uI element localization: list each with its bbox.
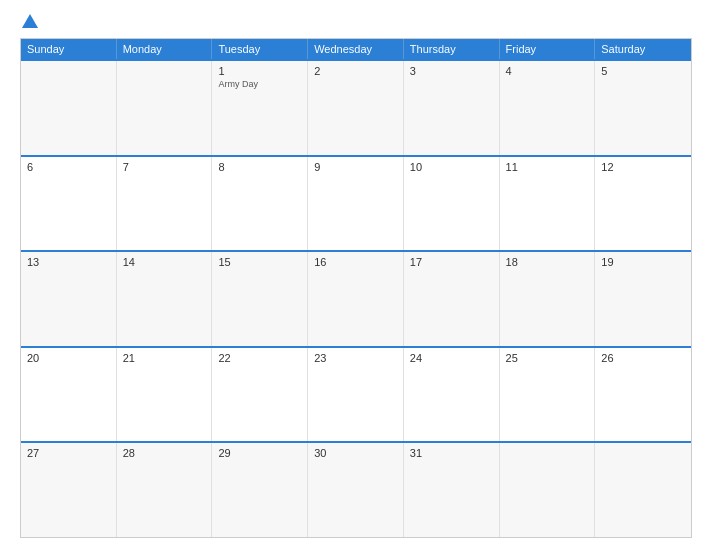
cal-cell: 11 <box>500 157 596 251</box>
logo <box>20 16 38 28</box>
cal-cell: 25 <box>500 348 596 442</box>
day-number: 8 <box>218 161 301 173</box>
day-number: 11 <box>506 161 589 173</box>
cal-cell: 2 <box>308 61 404 155</box>
day-number: 10 <box>410 161 493 173</box>
cal-cell <box>117 61 213 155</box>
cal-cell <box>500 443 596 537</box>
day-number: 12 <box>601 161 685 173</box>
day-number: 31 <box>410 447 493 459</box>
day-number: 16 <box>314 256 397 268</box>
cal-cell: 5 <box>595 61 691 155</box>
day-number: 22 <box>218 352 301 364</box>
cal-cell: 19 <box>595 252 691 346</box>
cal-cell: 28 <box>117 443 213 537</box>
calendar: SundayMondayTuesdayWednesdayThursdayFrid… <box>20 38 692 538</box>
cal-cell: 6 <box>21 157 117 251</box>
day-number: 25 <box>506 352 589 364</box>
cal-cell: 20 <box>21 348 117 442</box>
cal-week-2: 6789101112 <box>21 155 691 251</box>
day-number: 1 <box>218 65 301 77</box>
cal-cell: 26 <box>595 348 691 442</box>
cal-cell: 12 <box>595 157 691 251</box>
day-number: 9 <box>314 161 397 173</box>
day-number: 29 <box>218 447 301 459</box>
day-number: 17 <box>410 256 493 268</box>
cal-cell: 27 <box>21 443 117 537</box>
day-number: 7 <box>123 161 206 173</box>
cal-cell: 3 <box>404 61 500 155</box>
day-number: 19 <box>601 256 685 268</box>
day-number: 21 <box>123 352 206 364</box>
day-number: 24 <box>410 352 493 364</box>
day-number: 26 <box>601 352 685 364</box>
cal-cell <box>595 443 691 537</box>
day-number: 14 <box>123 256 206 268</box>
cal-cell: 8 <box>212 157 308 251</box>
cal-cell: 21 <box>117 348 213 442</box>
day-number: 20 <box>27 352 110 364</box>
calendar-body: 1Army Day2345678910111213141516171819202… <box>21 59 691 537</box>
cal-cell: 4 <box>500 61 596 155</box>
cal-cell: 29 <box>212 443 308 537</box>
cal-cell <box>21 61 117 155</box>
cal-cell: 10 <box>404 157 500 251</box>
cal-header-monday: Monday <box>117 39 213 59</box>
cal-cell: 1Army Day <box>212 61 308 155</box>
cal-cell: 9 <box>308 157 404 251</box>
day-number: 28 <box>123 447 206 459</box>
day-number: 18 <box>506 256 589 268</box>
day-number: 4 <box>506 65 589 77</box>
day-number: 5 <box>601 65 685 77</box>
cal-header-thursday: Thursday <box>404 39 500 59</box>
cal-week-1: 1Army Day2345 <box>21 59 691 155</box>
day-number: 2 <box>314 65 397 77</box>
cal-header-saturday: Saturday <box>595 39 691 59</box>
cal-cell: 24 <box>404 348 500 442</box>
day-number: 3 <box>410 65 493 77</box>
cal-cell: 15 <box>212 252 308 346</box>
cal-cell: 14 <box>117 252 213 346</box>
logo-triangle-icon <box>22 14 38 28</box>
cal-cell: 18 <box>500 252 596 346</box>
cal-week-5: 2728293031 <box>21 441 691 537</box>
day-number: 23 <box>314 352 397 364</box>
cal-cell: 7 <box>117 157 213 251</box>
header <box>20 16 692 28</box>
day-number: 27 <box>27 447 110 459</box>
day-event: Army Day <box>218 79 301 89</box>
cal-cell: 13 <box>21 252 117 346</box>
day-number: 13 <box>27 256 110 268</box>
calendar-header: SundayMondayTuesdayWednesdayThursdayFrid… <box>21 39 691 59</box>
day-number: 15 <box>218 256 301 268</box>
cal-header-wednesday: Wednesday <box>308 39 404 59</box>
cal-cell: 31 <box>404 443 500 537</box>
cal-header-friday: Friday <box>500 39 596 59</box>
cal-cell: 30 <box>308 443 404 537</box>
cal-cell: 22 <box>212 348 308 442</box>
day-number: 30 <box>314 447 397 459</box>
cal-week-3: 13141516171819 <box>21 250 691 346</box>
cal-header-tuesday: Tuesday <box>212 39 308 59</box>
cal-cell: 23 <box>308 348 404 442</box>
cal-header-sunday: Sunday <box>21 39 117 59</box>
cal-cell: 17 <box>404 252 500 346</box>
cal-week-4: 20212223242526 <box>21 346 691 442</box>
day-number: 6 <box>27 161 110 173</box>
cal-cell: 16 <box>308 252 404 346</box>
